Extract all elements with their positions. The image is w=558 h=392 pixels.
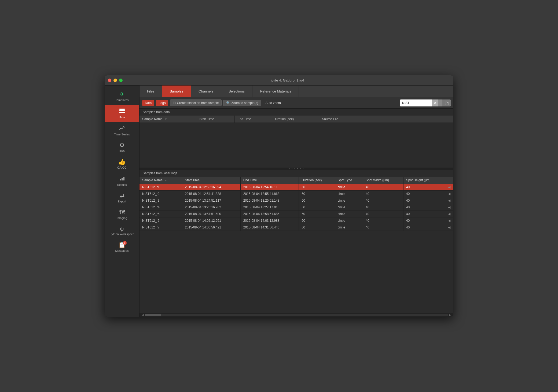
col-source-file[interactable]: Source File: [319, 116, 453, 123]
sidebar-label-qaqc: QA/QC: [117, 166, 127, 169]
cell-spot-height: 40: [403, 211, 445, 217]
cell-spot-height: 40: [403, 191, 445, 197]
cell-duration: 60: [299, 204, 335, 211]
cell-extra: ◀: [445, 211, 453, 217]
cell-start-time: 2015-08-04 13:24:51.117: [182, 197, 240, 204]
laser-log-row[interactable]: NIST612_r7 2015-08-04 14:30:56.421 2015-…: [140, 224, 453, 231]
h-scrollbar-thumb[interactable]: [145, 314, 161, 316]
cell-duration: 60: [299, 184, 335, 191]
cell-spot-width: 40: [363, 204, 403, 211]
svg-rect-2: [119, 112, 125, 113]
cell-start-time: 2015-08-04 14:02:12.951: [182, 217, 240, 224]
samples-from-laser-logs-table-wrapper[interactable]: Sample Name ▼ Start Time End Time: [140, 177, 453, 313]
cell-extra: ◀: [445, 184, 453, 191]
samples-from-data-table: Sample Name ▼ Start Time End Time: [140, 116, 453, 123]
sidebar-item-imaging[interactable]: 🗺 Imaging: [105, 206, 139, 223]
laser-log-row[interactable]: NIST612_r3 2015-08-04 13:24:51.117 2015-…: [140, 197, 453, 204]
close-button[interactable]: [108, 79, 111, 82]
cell-sample-name: NIST612_r5: [140, 211, 182, 217]
cell-extra: ◀: [445, 224, 453, 231]
scroll-right-arrow[interactable]: ▶: [448, 313, 452, 316]
laser-log-row[interactable]: NIST612_r4 2015-08-04 13:26:16.982 2015-…: [140, 204, 453, 211]
data-icon: [119, 108, 125, 114]
samples-from-data-header-row: Sample Name ▼ Start Time End Time: [140, 116, 453, 123]
panel-divider[interactable]: • • • • • •: [140, 168, 453, 170]
nist-clear-button[interactable]: ✕: [432, 99, 438, 106]
col-ll-spot-height[interactable]: Spot Height (μm): [403, 177, 445, 184]
cell-spot-height: 40: [403, 224, 445, 231]
col-duration[interactable]: Duration (sec): [271, 116, 319, 123]
auto-zoom-button[interactable]: Auto zoom: [263, 100, 284, 106]
tab-channels[interactable]: Channels: [191, 86, 221, 97]
messages-badge-count: 8: [123, 241, 127, 245]
sidebar-label-python-workspace: Python Workspace: [109, 232, 134, 236]
sidebar-item-results[interactable]: Results: [105, 172, 139, 190]
laser-log-row[interactable]: NIST612_r2 2015-08-04 12:54:41.838 2015-…: [140, 191, 453, 197]
sidebar-item-messages[interactable]: 📋 8 Messages: [105, 239, 139, 256]
cell-duration: 60: [299, 224, 335, 231]
minimize-button[interactable]: [113, 79, 117, 82]
maximize-button[interactable]: [119, 79, 123, 82]
cell-spot-type: circle: [335, 191, 363, 197]
col-sample-name[interactable]: Sample Name ▼: [140, 116, 197, 123]
sidebar-item-time-series[interactable]: Time Series: [105, 122, 139, 139]
col-ll-sample-name[interactable]: Sample Name ▼: [140, 177, 182, 184]
cell-spot-width: 40: [363, 217, 403, 224]
col-start-time[interactable]: Start Time: [197, 116, 235, 123]
cell-spot-height: 40: [403, 217, 445, 224]
results-icon: [119, 176, 125, 182]
col-ll-duration[interactable]: Duration (sec): [299, 177, 335, 184]
cell-duration: 60: [299, 211, 335, 217]
col-ll-spot-width[interactable]: Spot Width (μm): [363, 177, 403, 184]
create-selection-button[interactable]: ⊞ Create selection from sample: [170, 99, 222, 106]
cell-spot-height: 40: [403, 197, 445, 204]
laser-log-row[interactable]: NIST612_r6 2015-08-04 14:02:12.951 2015-…: [140, 217, 453, 224]
scroll-left-arrow[interactable]: ◀: [141, 313, 145, 316]
sidebar-item-data[interactable]: Data: [105, 105, 139, 122]
cell-duration: 60: [299, 217, 335, 224]
nist-dot-button[interactable]: ·: [438, 99, 442, 106]
tab-selections[interactable]: Selections: [221, 86, 252, 97]
python-icon: ψ: [120, 226, 124, 231]
nist-input[interactable]: [400, 99, 432, 106]
tab-samples[interactable]: Samples: [162, 86, 191, 97]
nist-input-wrapper: ✕ · [P]: [400, 99, 451, 106]
drs-icon: ⚙: [119, 142, 125, 148]
sidebar-item-qaqc[interactable]: 👍 QA/QC: [105, 156, 139, 172]
tab-files[interactable]: Files: [140, 86, 162, 97]
sidebar-label-export: Export: [118, 200, 126, 203]
cell-end-time: 2015-08-04 14:03:12.988: [240, 217, 299, 224]
svg-rect-3: [120, 179, 121, 180]
cell-end-time: 2015-08-04 12:54:16.118: [240, 184, 299, 191]
cell-spot-width: 40: [363, 184, 403, 191]
col-ll-spot-type[interactable]: Spot Type: [335, 177, 363, 184]
sidebar-item-drs[interactable]: ⚙ DRS: [105, 139, 139, 156]
samples-from-laser-logs-title: Samples from laser logs: [140, 170, 453, 177]
data-toggle-button[interactable]: Data: [142, 100, 154, 106]
cell-end-time: 2015-08-04 13:25:51.148: [240, 197, 299, 204]
col-end-time[interactable]: End Time: [235, 116, 271, 123]
sidebar-label-results: Results: [117, 183, 127, 186]
cell-end-time: 2015-08-04 13:58:51.686: [240, 211, 299, 217]
h-scrollbar[interactable]: ◀ ▶: [140, 313, 453, 317]
laser-log-row[interactable]: NIST612_r1 2015-08-04 12:53:16.094 2015-…: [140, 184, 453, 191]
sidebar-item-export[interactable]: ⇄ Export: [105, 190, 139, 206]
zoom-to-samples-button[interactable]: 🔍 Zoom to sample(s): [223, 100, 261, 106]
nav-tabs: Files Samples Channels Selections Refere…: [140, 86, 453, 97]
cell-duration: 60: [299, 197, 335, 204]
cell-extra: ◀: [445, 204, 453, 211]
samples-from-data-table-wrapper[interactable]: Sample Name ▼ Start Time End Time: [140, 116, 453, 168]
cell-spot-type: circle: [335, 197, 363, 204]
col-ll-end-time[interactable]: End Time: [240, 177, 299, 184]
zoom-icon: 🔍: [226, 101, 230, 105]
sidebar-item-templates[interactable]: ✈ Templates: [105, 88, 139, 105]
nist-p-button[interactable]: [P]: [442, 99, 451, 106]
logs-toggle-button[interactable]: Logs: [156, 100, 168, 106]
col-ll-start-time[interactable]: Start Time: [182, 177, 240, 184]
h-scrollbar-track[interactable]: [145, 314, 448, 316]
laser-log-row[interactable]: NIST612_r5 2015-08-04 13:57:51.600 2015-…: [140, 211, 453, 217]
col-ll-extra[interactable]: [445, 177, 453, 184]
tab-reference-materials[interactable]: Reference Materials: [252, 86, 299, 97]
svg-rect-4: [122, 178, 123, 180]
sidebar-item-python-workspace[interactable]: ψ Python Workspace: [105, 223, 139, 239]
